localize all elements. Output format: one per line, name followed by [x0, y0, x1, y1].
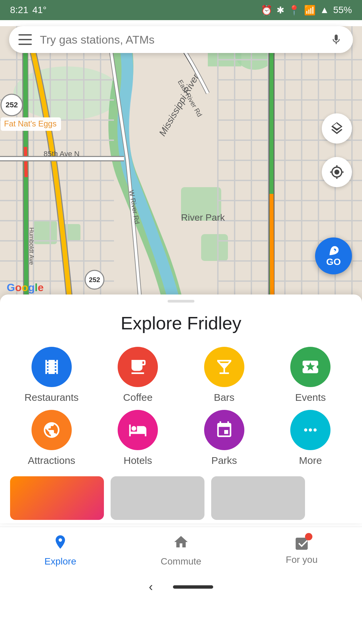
card-preview-3[interactable]: [211, 476, 305, 520]
category-restaurants[interactable]: Restaurants: [10, 347, 93, 403]
sheet-handle[interactable]: [168, 300, 194, 303]
bottom-sheet: Explore Fridley Restaurants Coffee: [0, 294, 362, 523]
for-you-notification-badge: [305, 533, 312, 540]
svg-rect-5: [201, 234, 228, 261]
svg-text:85th Ave N: 85th Ave N: [44, 150, 79, 158]
map-layers-button[interactable]: [322, 113, 352, 144]
parks-label: Parks: [211, 455, 237, 466]
hamburger-menu-icon[interactable]: [18, 34, 32, 45]
attractions-icon: [32, 410, 72, 450]
svg-line-56: [272, 194, 272, 308]
cards-preview-row: [0, 476, 362, 523]
nav-for-you[interactable]: For you: [241, 527, 362, 574]
card-preview-2[interactable]: [111, 476, 204, 520]
status-battery: 55%: [333, 5, 352, 15]
category-coffee[interactable]: Coffee: [97, 347, 180, 403]
go-button[interactable]: GO: [315, 237, 352, 274]
category-grid: Restaurants Coffee Bars: [0, 347, 362, 476]
map-container[interactable]: 252 252 Mississippi River 85th Ave N Riv…: [0, 26, 362, 308]
bottom-navigation: Explore Commute For you: [0, 527, 362, 574]
back-button[interactable]: ‹: [149, 580, 153, 594]
category-attractions[interactable]: Attractions: [10, 410, 93, 466]
explore-nav-label: Explore: [45, 556, 76, 567]
svg-text:Fat Nat's Eggs: Fat Nat's Eggs: [4, 119, 57, 128]
coffee-label: Coffee: [123, 392, 153, 403]
home-indicator[interactable]: [173, 585, 213, 589]
status-alarm-icon: ⏰: [261, 5, 273, 16]
more-label: More: [299, 455, 322, 466]
search-input[interactable]: [40, 33, 329, 46]
svg-text:River Park: River Park: [181, 212, 225, 223]
go-label: GO: [326, 257, 341, 267]
attractions-label: Attractions: [28, 455, 75, 466]
coffee-icon: [118, 347, 158, 387]
category-parks[interactable]: Parks: [183, 410, 266, 466]
svg-line-47: [25, 147, 26, 177]
nav-commute[interactable]: Commute: [121, 527, 241, 574]
category-events[interactable]: Events: [269, 347, 352, 403]
for-you-nav-label: For you: [286, 554, 318, 565]
svg-text:252: 252: [89, 276, 100, 283]
restaurants-label: Restaurants: [24, 392, 79, 403]
more-icon: [290, 410, 330, 450]
status-bluetooth-icon: ✱: [277, 5, 284, 16]
category-hotels[interactable]: Hotels: [97, 410, 180, 466]
status-signal-icon: 📶: [304, 5, 316, 16]
status-time: 8:21: [10, 5, 28, 15]
bars-icon: [204, 347, 244, 387]
restaurants-icon: [32, 347, 72, 387]
explore-title: Explore Fridley: [0, 313, 362, 333]
explore-nav-icon: [52, 534, 68, 553]
svg-text:252: 252: [6, 101, 18, 109]
card-preview-1[interactable]: [10, 476, 104, 520]
locate-me-button[interactable]: [322, 157, 352, 187]
svg-text:Google: Google: [7, 281, 44, 293]
events-icon: [290, 347, 330, 387]
commute-nav-label: Commute: [161, 556, 201, 567]
hotels-icon: [118, 410, 158, 450]
status-wifi-icon: ▲: [320, 5, 329, 15]
system-nav-bar: ‹: [0, 574, 362, 600]
commute-nav-icon: [173, 534, 189, 553]
status-location-icon: 📍: [288, 5, 300, 16]
hotels-label: Hotels: [124, 455, 152, 466]
category-more[interactable]: More: [269, 410, 352, 466]
status-temp: 41°: [33, 5, 47, 15]
category-bars[interactable]: Bars: [183, 347, 266, 403]
svg-text:Humboldt Ave: Humboldt Ave: [28, 227, 35, 265]
parks-icon: [204, 410, 244, 450]
status-bar: 8:21 41° ⏰ ✱ 📍 📶 ▲ 55%: [0, 0, 362, 20]
for-you-nav-icon-wrap: [294, 536, 310, 552]
events-label: Events: [295, 392, 326, 403]
search-bar[interactable]: [9, 26, 353, 53]
nav-explore[interactable]: Explore: [0, 527, 121, 574]
microphone-icon[interactable]: [329, 32, 344, 47]
bars-label: Bars: [214, 392, 235, 403]
